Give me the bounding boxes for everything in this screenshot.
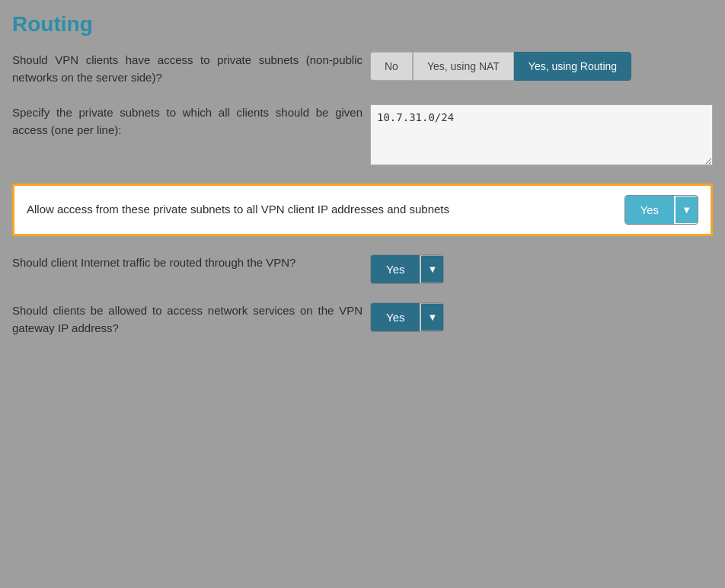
allow-access-toggle: Yes ▼ — [624, 195, 698, 225]
vpn-access-controls: No Yes, using NAT Yes, using Routing — [370, 52, 713, 81]
network-services-yes-btn[interactable]: Yes — [371, 303, 420, 331]
subnets-label: Specify the private subnets to which all… — [12, 104, 370, 139]
network-services-controls: Yes ▼ — [370, 302, 713, 332]
btn-yes-nat[interactable]: Yes, using NAT — [413, 52, 514, 81]
subnets-controls: 10.7.31.0/24 — [370, 104, 713, 165]
btn-yes-routing[interactable]: Yes, using Routing — [514, 52, 631, 81]
internet-traffic-section: Should client Internet traffic be routed… — [12, 254, 713, 284]
network-services-toggle: Yes ▼ — [370, 302, 444, 332]
network-services-label: Should clients be allowed to access netw… — [12, 302, 370, 337]
subnets-textarea[interactable]: 10.7.31.0/24 — [370, 104, 713, 165]
allow-access-yes-btn[interactable]: Yes — [625, 196, 674, 224]
allow-access-arrow[interactable]: ▼ — [675, 197, 698, 223]
network-services-arrow[interactable]: ▼ — [421, 304, 443, 331]
internet-traffic-yes-btn[interactable]: Yes — [371, 255, 420, 283]
vpn-access-label: Should VPN clients have access to privat… — [12, 52, 370, 86]
internet-traffic-controls: Yes ▼ — [370, 254, 713, 284]
internet-traffic-toggle: Yes ▼ — [370, 254, 444, 284]
internet-traffic-arrow[interactable]: ▼ — [421, 256, 443, 283]
subnets-section: Specify the private subnets to which all… — [12, 104, 713, 165]
allow-access-label: Allow access from these private subnets … — [27, 201, 457, 219]
internet-traffic-label: Should client Internet traffic be routed… — [12, 254, 370, 272]
vpn-access-btn-group: No Yes, using NAT Yes, using Routing — [370, 52, 631, 81]
page-title: Routing — [12, 12, 713, 37]
btn-no[interactable]: No — [370, 52, 413, 81]
network-services-section: Should clients be allowed to access netw… — [12, 302, 713, 337]
vpn-access-section: Should VPN clients have access to privat… — [12, 52, 713, 86]
allow-access-section: Allow access from these private subnets … — [12, 184, 713, 236]
